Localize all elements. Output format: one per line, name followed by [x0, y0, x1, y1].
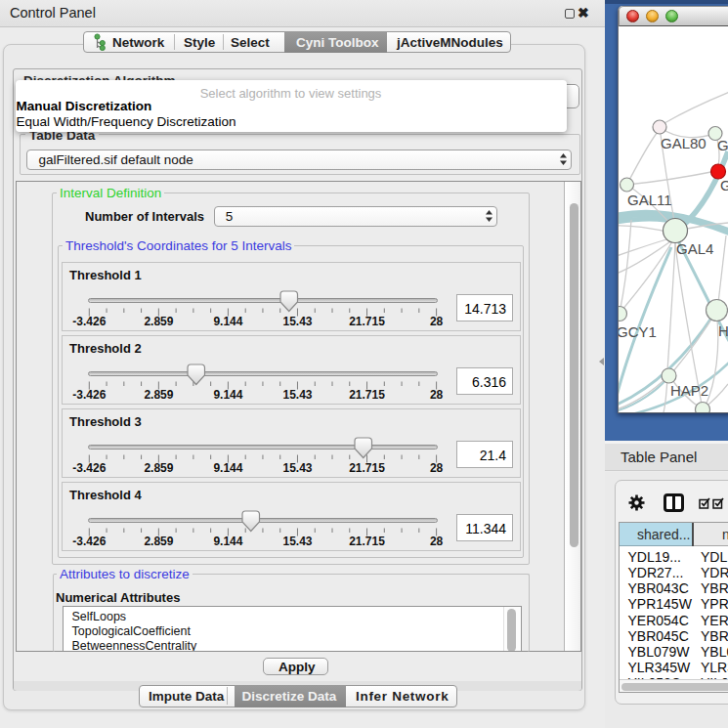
svg-text:GAL80: GAL80	[661, 135, 707, 151]
svg-text:G: G	[720, 177, 728, 193]
svg-text:GCY1: GCY1	[619, 323, 657, 340]
svg-text:GA: GA	[717, 137, 728, 153]
svg-text:GAL11: GAL11	[627, 192, 672, 208]
svg-text:GAL4: GAL4	[676, 240, 713, 257]
svg-text:HAP2: HAP2	[670, 382, 708, 399]
svg-text:H: H	[718, 322, 728, 339]
